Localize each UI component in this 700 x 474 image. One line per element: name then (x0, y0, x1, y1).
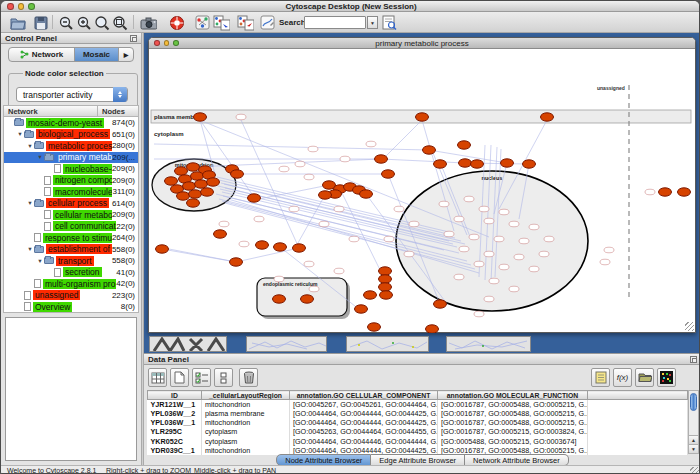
zoom-fit-icon[interactable] (111, 14, 128, 31)
network-node-unselected[interactable] (519, 238, 529, 244)
network-node-selected[interactable] (659, 188, 672, 196)
background-window-fragment[interactable] (149, 336, 227, 352)
create-attribute-icon[interactable] (170, 368, 189, 387)
network-node-selected[interactable] (156, 245, 169, 253)
network-node-selected[interactable] (293, 244, 306, 252)
network-node-selected[interactable] (434, 160, 447, 168)
network-node-selected[interactable] (274, 243, 287, 251)
network-node-unselected[interactable] (340, 156, 350, 162)
network-node-unselected[interactable] (600, 259, 610, 265)
network-node-unselected[interactable] (308, 146, 318, 152)
help-icon[interactable] (168, 14, 185, 31)
expander-icon[interactable]: ▼ (26, 200, 34, 206)
float-panel-icon[interactable] (690, 356, 697, 363)
network-node-unselected[interactable] (409, 221, 419, 227)
function-builder-icon[interactable]: f(x) (613, 368, 632, 387)
expander-icon[interactable]: ▼ (36, 258, 44, 264)
snapshot-icon[interactable] (140, 14, 157, 31)
network-node-selected[interactable] (355, 305, 368, 313)
open-vizmapper-icon[interactable] (259, 14, 276, 31)
network-node-unselected[interactable] (484, 296, 494, 302)
network-node-selected[interactable] (301, 295, 314, 303)
network-node-selected[interactable] (214, 230, 227, 238)
zoom-out-icon[interactable] (57, 14, 74, 31)
network-node-unselected[interactable] (404, 251, 414, 257)
tree-row[interactable]: ▼metabolic process280(0) (4, 140, 138, 152)
network-node-unselected[interactable] (509, 221, 519, 227)
network-view-titlebar[interactable]: primary metabolic process (149, 38, 695, 49)
tree-row[interactable]: nucleobase-co209(0) (4, 163, 138, 175)
network-node-selected[interactable] (165, 177, 178, 185)
tab-mosaic[interactable]: Mosaic (75, 48, 119, 61)
table-column-header[interactable]: annotation.GO CELLULAR_COMPONENT (290, 391, 438, 400)
network-node-selected[interactable] (273, 295, 286, 303)
background-window-fragment[interactable] (446, 336, 531, 352)
network-node-selected[interactable] (183, 182, 196, 190)
network-node-selected[interactable] (434, 300, 447, 308)
tree-row[interactable]: nitrogen compo209(0) (4, 175, 138, 187)
network-node-unselected[interactable] (254, 216, 264, 222)
network-node-unselected[interactable] (464, 196, 474, 202)
network-node-unselected[interactable] (604, 247, 614, 253)
tree-column-nodes[interactable]: Nodes (98, 105, 139, 117)
tree-row[interactable]: ▼biological_process651(0) (4, 129, 138, 141)
tree-row[interactable]: ▼establishment of lo558(0) (4, 244, 138, 256)
network-node-unselected[interactable] (309, 286, 319, 292)
network-node-selected[interactable] (360, 190, 373, 198)
tree-row[interactable]: ▼primary metabol209(... (4, 152, 138, 164)
expander-icon[interactable]: ▼ (26, 143, 34, 149)
zoom-selected-region-icon[interactable] (93, 14, 110, 31)
tree-row[interactable]: response to stimul264(0) (4, 232, 138, 244)
table-scrollbar[interactable]: ▲ ▼ (688, 390, 699, 454)
tree-row[interactable]: ▼cellular process614(0) (4, 198, 138, 210)
import-attributes-icon[interactable] (635, 368, 654, 387)
network-node-unselected[interactable] (544, 236, 554, 242)
save-icon[interactable] (32, 14, 49, 31)
network-node-unselected[interactable] (279, 166, 289, 172)
network-node-unselected[interactable] (444, 231, 454, 237)
tree-row[interactable]: secretion41(0) (4, 267, 138, 279)
network-node-unselected[interactable] (499, 209, 509, 215)
network-node-selected[interactable] (416, 113, 429, 121)
scrollbar-thumb[interactable] (690, 393, 697, 411)
tree-row[interactable]: cellular metabol209(0) (4, 209, 138, 221)
network-node-unselected[interactable] (494, 236, 504, 242)
attribute-batch-icon[interactable] (214, 368, 233, 387)
network-node-selected[interactable] (458, 141, 471, 149)
network-node-selected[interactable] (231, 170, 244, 178)
tree-column-network[interactable]: Network (3, 105, 98, 117)
select-attributes-icon[interactable] (148, 368, 167, 387)
network-node-unselected[interactable] (304, 261, 314, 267)
search-input[interactable] (304, 16, 366, 29)
tree-row[interactable]: unassigned223(0) (4, 290, 138, 302)
network-node-unselected[interactable] (484, 251, 494, 257)
network-node-selected[interactable] (379, 275, 392, 283)
network-node-selected[interactable] (501, 159, 514, 167)
network-node-unselected[interactable] (514, 254, 524, 260)
network-node-unselected[interactable] (484, 218, 494, 224)
network-node-unselected[interactable] (489, 278, 499, 284)
network-node-unselected[interactable] (539, 251, 549, 257)
table-row[interactable]: YKR052Ccytoplasm[GO:0044464, GO:0044446,… (148, 437, 688, 446)
scroll-up-icon[interactable]: ▲ (689, 435, 698, 444)
network-canvas[interactable]: plasma membranecytoplasmmitochondrionnuc… (149, 49, 695, 333)
network-node-selected[interactable] (194, 113, 207, 121)
network-node-unselected[interactable] (459, 246, 469, 252)
tree-row[interactable]: macromolecule311(0) (4, 186, 138, 198)
attribute-table-header[interactable]: ID_cellularLayoutRegionannotation.GO CEL… (148, 391, 688, 400)
network-node-selected[interactable] (191, 172, 204, 180)
overview-panel[interactable] (5, 317, 137, 461)
network-node-unselected[interactable] (334, 206, 344, 212)
network-node-selected[interactable] (230, 258, 243, 266)
network-node-unselected[interactable] (239, 241, 249, 247)
network-node-unselected[interactable] (479, 206, 489, 212)
network-node-unselected[interactable] (219, 221, 229, 227)
attribute-matrix-icon[interactable] (657, 368, 676, 387)
tree-row[interactable]: Overview8(0) (4, 301, 138, 313)
network-node-unselected[interactable] (384, 236, 394, 242)
zoom-in-icon[interactable] (75, 14, 92, 31)
tab-network-attribute-browser[interactable]: Network Attribute Browser (465, 454, 569, 465)
network-node-selected[interactable] (187, 199, 200, 207)
background-window-fragment[interactable] (246, 336, 327, 352)
network-node-unselected[interactable] (529, 224, 539, 230)
